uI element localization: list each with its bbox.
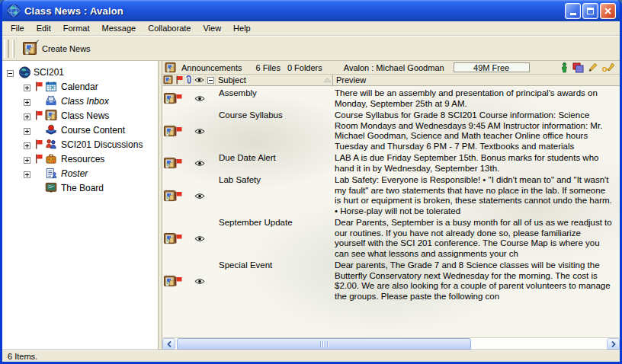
red-flag-icon [175,234,184,244]
message-row[interactable]: Course Syllabus Course Syllabus for Grad… [162,110,620,152]
red-flag-icon [175,158,184,168]
eye-icon [194,235,206,242]
tree-item-the-board[interactable]: The Board [24,180,158,195]
sort-ascending-icon[interactable] [322,75,333,85]
red-flag-icon [175,191,184,201]
inbox-icon [45,95,58,107]
message-row[interactable]: Assembly There will be an assembly and p… [162,88,620,110]
news-item-icon [162,126,175,137]
create-news-label: Create News [42,44,91,53]
tree-children: Calendar Class Inbox Class News Course C… [24,79,158,195]
key-pencil-icon[interactable] [602,62,615,72]
menu-view[interactable]: View [197,22,227,34]
maximize-button[interactable] [582,3,598,19]
tree-item-roster[interactable]: Roster [24,166,158,180]
message-row[interactable]: Lab Safety Lab Safety: Everyone is Respo… [162,174,620,217]
globe-app-icon [7,4,21,18]
news-item-icon [162,158,175,169]
tree-item-class-inbox[interactable]: Class Inbox [24,94,158,108]
pencil-icon[interactable] [588,62,598,72]
eye-icon [194,95,206,102]
news-item-icon [162,233,175,244]
close-button[interactable] [600,3,616,19]
tree-item-class-news[interactable]: Class News [24,108,158,123]
files-count: 6 Files [256,63,281,72]
expand-plus-icon[interactable] [24,141,30,148]
scroll-left-icon[interactable] [162,338,175,350]
roster-icon [45,168,58,180]
message-list: Assembly There will be an assembly and p… [162,86,620,337]
tree-item-sci201[interactable]: SCI201 [5,65,158,79]
discussions-icon [45,139,58,151]
message-subject: Assembly [216,88,335,99]
message-row[interactable]: Due Date Alert LAB A is due Friday Septe… [162,152,620,174]
eye-icon [194,160,206,167]
message-subject: Course Syllabus [216,110,335,121]
paperclip-icon [185,75,192,85]
red-flag-icon [175,126,184,136]
tree-item-calendar[interactable]: Calendar [24,79,158,94]
course-content-icon [45,124,58,136]
toolbar-grip[interactable] [4,40,9,58]
expand-plus-icon[interactable] [24,97,30,104]
menu-help[interactable]: Help [227,22,257,34]
message-preview: Dear parents, The Grade 7 and 8 Science … [335,260,620,302]
menu-bar: FileEditFormatMessageCollaborateViewHelp [2,21,620,36]
status-bar: 6 Items. [2,350,620,362]
collapse-minus-icon[interactable] [7,69,14,75]
message-subject: September Update [216,218,335,228]
eye-icon [194,77,204,83]
menu-file[interactable]: File [5,22,30,34]
collapse-icon [207,77,214,84]
attachment-column-header[interactable] [184,75,194,85]
expand-plus-icon[interactable] [24,112,30,119]
message-subject: Lab Safety [216,175,335,186]
menu-format[interactable]: Format [57,22,96,34]
expand-column-header[interactable] [206,75,216,85]
expand-plus-icon[interactable] [24,126,30,133]
flag-column-header[interactable] [175,75,184,85]
expand-plus-icon[interactable] [24,155,30,162]
tree-item-course-content[interactable]: Course Content [24,123,158,137]
menu-message[interactable]: Message [96,22,143,34]
free-space-indicator: 49M Free [454,62,530,72]
red-flag-icon [35,110,45,120]
red-flag-icon [35,139,45,149]
message-row[interactable]: Special Event Dear parents, The Grade 7 … [162,260,620,302]
panel-header: Announcements 6 Files 0 Folders Avalon :… [162,61,620,75]
create-news-button[interactable]: ↙ Create News [19,39,98,59]
expand-plus-icon[interactable] [24,83,30,90]
eye-icon [194,278,206,285]
news-icon: ↙ [23,42,37,56]
new-item-arrow-icon: ↙ [34,38,40,45]
menu-collaborate[interactable]: Collaborate [142,22,197,34]
red-flag-icon [35,154,45,164]
panel-title: Announcements [181,63,242,72]
news-item-icon [162,93,175,104]
item-column-header[interactable] [162,75,175,85]
scroll-right-icon[interactable] [607,338,620,350]
maximize-icon [587,8,594,14]
preview-column-header[interactable]: Preview [333,75,620,85]
menu-edit[interactable]: Edit [30,22,57,34]
horizontal-scrollbar[interactable] [162,337,620,350]
tree-item-resources[interactable]: Resources [24,152,158,166]
scrollbar-track[interactable] [471,338,607,350]
news-item-icon [162,276,175,287]
read-column-header[interactable] [194,75,206,85]
scrollbar-thumb[interactable] [177,338,471,350]
person-icon[interactable] [561,62,568,73]
eye-icon [194,128,206,135]
close-icon [604,7,612,15]
expand-plus-icon[interactable] [24,170,30,177]
layers-icon[interactable] [572,62,584,73]
window-titlebar[interactable]: Class News : Avalon [2,0,620,21]
tree-item-sci201-discussions[interactable]: SCI201 Discussions [24,137,158,152]
minimize-button[interactable] [565,3,581,19]
subject-column-header[interactable]: Subject [216,75,322,85]
panel-tools [561,62,615,73]
message-row[interactable]: September Update Dear Parents, September… [162,217,620,260]
flag-icon [175,75,183,85]
toolbar-grip[interactable] [12,40,14,58]
red-flag-icon [175,94,184,104]
